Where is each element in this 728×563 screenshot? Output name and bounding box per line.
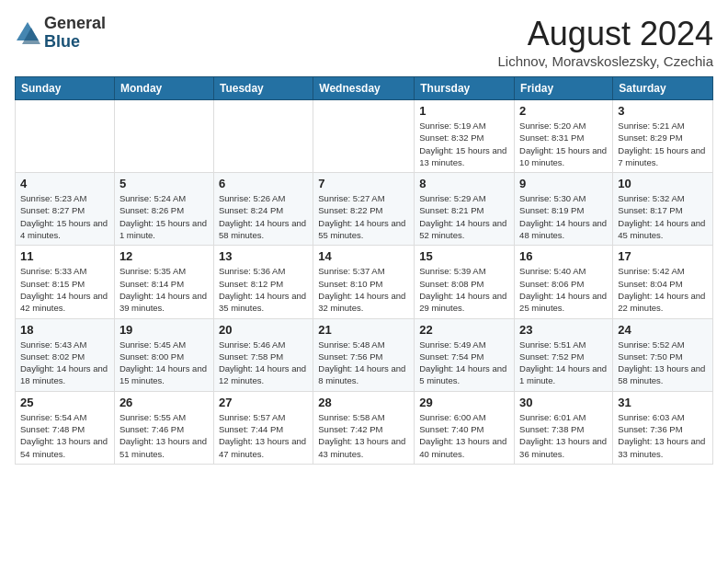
day-detail: Sunrise: 5:54 AM Sunset: 7:48 PM Dayligh…: [20, 411, 109, 460]
calendar-cell: 2Sunrise: 5:20 AM Sunset: 8:31 PM Daylig…: [515, 100, 613, 173]
day-detail: Sunrise: 5:42 AM Sunset: 8:04 PM Dayligh…: [618, 265, 708, 314]
day-number: 1: [419, 104, 509, 118]
day-number: 23: [519, 323, 608, 337]
calendar-cell: 6Sunrise: 5:26 AM Sunset: 8:24 PM Daylig…: [213, 173, 313, 246]
calendar-cell: 25Sunrise: 5:54 AM Sunset: 7:48 PM Dayli…: [16, 391, 115, 464]
day-number: 28: [318, 396, 409, 409]
day-number: 12: [119, 249, 209, 263]
day-detail: Sunrise: 6:03 AM Sunset: 7:36 PM Dayligh…: [618, 411, 708, 460]
day-detail: Sunrise: 5:46 AM Sunset: 7:58 PM Dayligh…: [219, 339, 308, 387]
day-number: 13: [219, 249, 308, 263]
day-number: 26: [119, 396, 209, 409]
day-number: 30: [519, 396, 608, 409]
calendar-cell: [114, 100, 213, 173]
day-detail: Sunrise: 5:20 AM Sunset: 8:31 PM Dayligh…: [519, 120, 608, 168]
weekday-header-saturday: Saturday: [613, 77, 713, 100]
logo-icon: [15, 20, 40, 46]
day-detail: Sunrise: 5:21 AM Sunset: 8:29 PM Dayligh…: [618, 120, 708, 168]
day-number: 5: [119, 177, 209, 190]
day-number: 8: [419, 177, 509, 190]
calendar-week-1: 1Sunrise: 5:19 AM Sunset: 8:32 PM Daylig…: [16, 100, 713, 173]
day-number: 9: [519, 177, 608, 190]
day-detail: Sunrise: 5:55 AM Sunset: 7:46 PM Dayligh…: [119, 411, 209, 460]
calendar-cell: 30Sunrise: 6:01 AM Sunset: 7:38 PM Dayli…: [515, 391, 613, 464]
calendar-cell: 8Sunrise: 5:29 AM Sunset: 8:21 PM Daylig…: [415, 173, 515, 246]
day-number: 17: [618, 249, 708, 263]
day-number: 27: [219, 396, 308, 409]
day-number: 22: [419, 323, 509, 337]
calendar-cell: 22Sunrise: 5:49 AM Sunset: 7:54 PM Dayli…: [415, 318, 515, 391]
calendar-cell: 18Sunrise: 5:43 AM Sunset: 8:02 PM Dayli…: [16, 318, 115, 391]
day-detail: Sunrise: 5:29 AM Sunset: 8:21 PM Dayligh…: [419, 192, 509, 241]
day-detail: Sunrise: 5:23 AM Sunset: 8:27 PM Dayligh…: [20, 192, 109, 241]
calendar-cell: 17Sunrise: 5:42 AM Sunset: 8:04 PM Dayli…: [613, 246, 713, 318]
day-number: 31: [618, 396, 708, 409]
day-number: 15: [419, 249, 509, 263]
day-number: 2: [519, 104, 608, 118]
day-detail: Sunrise: 5:51 AM Sunset: 7:52 PM Dayligh…: [519, 339, 608, 387]
calendar-cell: 23Sunrise: 5:51 AM Sunset: 7:52 PM Dayli…: [515, 318, 613, 391]
calendar-week-4: 18Sunrise: 5:43 AM Sunset: 8:02 PM Dayli…: [16, 318, 713, 391]
day-number: 14: [318, 249, 409, 263]
title-block: August 2024 Lichnov, Moravskoslezsky, Cz…: [497, 15, 713, 69]
calendar-cell: [16, 100, 115, 173]
calendar-cell: 27Sunrise: 5:57 AM Sunset: 7:44 PM Dayli…: [213, 391, 313, 464]
calendar-cell: 29Sunrise: 6:00 AM Sunset: 7:40 PM Dayli…: [415, 391, 515, 464]
day-detail: Sunrise: 5:36 AM Sunset: 8:12 PM Dayligh…: [219, 265, 308, 314]
day-detail: Sunrise: 5:43 AM Sunset: 8:02 PM Dayligh…: [20, 339, 109, 387]
calendar-cell: [313, 100, 415, 173]
location: Lichnov, Moravskoslezsky, Czechia: [497, 53, 713, 69]
day-number: 7: [318, 177, 409, 190]
calendar-cell: 19Sunrise: 5:45 AM Sunset: 8:00 PM Dayli…: [114, 318, 213, 391]
day-detail: Sunrise: 5:48 AM Sunset: 7:56 PM Dayligh…: [318, 339, 409, 387]
day-detail: Sunrise: 5:57 AM Sunset: 7:44 PM Dayligh…: [219, 411, 308, 460]
day-detail: Sunrise: 5:45 AM Sunset: 8:00 PM Dayligh…: [119, 339, 209, 387]
weekday-header-wednesday: Wednesday: [313, 77, 415, 100]
month-year: August 2024: [497, 15, 713, 53]
day-number: 4: [20, 177, 109, 190]
day-detail: Sunrise: 5:40 AM Sunset: 8:06 PM Dayligh…: [519, 265, 608, 314]
weekday-header-thursday: Thursday: [415, 77, 515, 100]
calendar-cell: 10Sunrise: 5:32 AM Sunset: 8:17 PM Dayli…: [613, 173, 713, 246]
calendar-week-5: 25Sunrise: 5:54 AM Sunset: 7:48 PM Dayli…: [16, 391, 713, 464]
calendar-cell: 5Sunrise: 5:24 AM Sunset: 8:26 PM Daylig…: [114, 173, 213, 246]
calendar-cell: 24Sunrise: 5:52 AM Sunset: 7:50 PM Dayli…: [613, 318, 713, 391]
day-detail: Sunrise: 5:49 AM Sunset: 7:54 PM Dayligh…: [419, 339, 509, 387]
day-detail: Sunrise: 5:39 AM Sunset: 8:08 PM Dayligh…: [419, 265, 509, 314]
day-detail: Sunrise: 5:19 AM Sunset: 8:32 PM Dayligh…: [419, 120, 509, 168]
calendar-cell: 28Sunrise: 5:58 AM Sunset: 7:42 PM Dayli…: [313, 391, 415, 464]
day-number: 20: [219, 323, 308, 337]
day-detail: Sunrise: 5:26 AM Sunset: 8:24 PM Dayligh…: [219, 192, 308, 241]
day-number: 24: [618, 323, 708, 337]
calendar-cell: 11Sunrise: 5:33 AM Sunset: 8:15 PM Dayli…: [16, 246, 115, 318]
logo: General Blue: [15, 15, 106, 52]
day-number: 3: [618, 104, 708, 118]
day-number: 11: [20, 249, 109, 263]
calendar-week-2: 4Sunrise: 5:23 AM Sunset: 8:27 PM Daylig…: [16, 173, 713, 246]
weekday-header-sunday: Sunday: [16, 77, 115, 100]
weekday-header-row: SundayMondayTuesdayWednesdayThursdayFrid…: [16, 77, 713, 100]
logo-general: General: [44, 14, 106, 32]
weekday-header-monday: Monday: [114, 77, 213, 100]
day-number: 29: [419, 396, 509, 409]
calendar-cell: 4Sunrise: 5:23 AM Sunset: 8:27 PM Daylig…: [16, 173, 115, 246]
day-detail: Sunrise: 5:37 AM Sunset: 8:10 PM Dayligh…: [318, 265, 409, 314]
calendar-cell: 31Sunrise: 6:03 AM Sunset: 7:36 PM Dayli…: [613, 391, 713, 464]
day-detail: Sunrise: 5:33 AM Sunset: 8:15 PM Dayligh…: [20, 265, 109, 314]
calendar-cell: 20Sunrise: 5:46 AM Sunset: 7:58 PM Dayli…: [213, 318, 313, 391]
day-detail: Sunrise: 5:58 AM Sunset: 7:42 PM Dayligh…: [318, 411, 409, 460]
calendar-cell: 12Sunrise: 5:35 AM Sunset: 8:14 PM Dayli…: [114, 246, 213, 318]
day-detail: Sunrise: 6:01 AM Sunset: 7:38 PM Dayligh…: [519, 411, 608, 460]
page-header: General Blue August 2024 Lichnov, Moravs…: [15, 15, 713, 69]
day-detail: Sunrise: 5:27 AM Sunset: 8:22 PM Dayligh…: [318, 192, 409, 241]
logo-text: General Blue: [44, 15, 106, 52]
day-detail: Sunrise: 5:30 AM Sunset: 8:19 PM Dayligh…: [519, 192, 608, 241]
day-detail: Sunrise: 5:24 AM Sunset: 8:26 PM Dayligh…: [119, 192, 209, 241]
calendar-cell: 26Sunrise: 5:55 AM Sunset: 7:46 PM Dayli…: [114, 391, 213, 464]
day-detail: Sunrise: 5:32 AM Sunset: 8:17 PM Dayligh…: [618, 192, 708, 241]
day-number: 19: [119, 323, 209, 337]
calendar-cell: 9Sunrise: 5:30 AM Sunset: 8:19 PM Daylig…: [515, 173, 613, 246]
calendar-cell: 1Sunrise: 5:19 AM Sunset: 8:32 PM Daylig…: [415, 100, 515, 173]
calendar-cell: 21Sunrise: 5:48 AM Sunset: 7:56 PM Dayli…: [313, 318, 415, 391]
calendar-cell: 16Sunrise: 5:40 AM Sunset: 8:06 PM Dayli…: [515, 246, 613, 318]
